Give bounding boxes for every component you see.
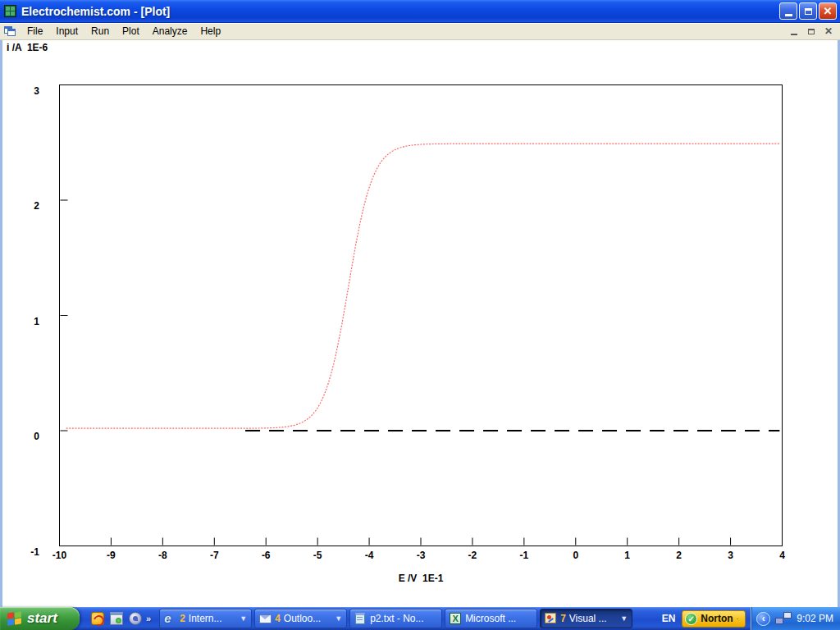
hide-tray-icons-chevron[interactable]: ‹ [756, 612, 770, 626]
chevron-down-icon: ▼ [335, 614, 342, 623]
quicklaunch-overflow-chevron[interactable]: » [146, 614, 151, 623]
internet-explorer-icon: e [164, 613, 176, 624]
chevron-down-icon: ▼ [620, 614, 628, 623]
menu-bar: File Input Run Plot Analyze Help ✕ [0, 23, 840, 40]
task-label: Microsoft ... [465, 613, 516, 624]
close-button[interactable]: ✕ [819, 2, 837, 20]
outlook-express-icon [259, 613, 272, 624]
taskbar-button-internet-explorer-group[interactable]: e 2 Intern... ▼ [159, 609, 252, 628]
menu-help[interactable]: Help [194, 24, 227, 39]
norton-check-icon: ✓ [685, 613, 697, 625]
visual-studio-icon [545, 613, 557, 624]
window-titlebar[interactable]: Electrochemist.com - [Plot] ✕ [0, 0, 840, 23]
excel-icon: X [450, 613, 462, 624]
taskbar-button-excel[interactable]: X Microsoft ... [445, 609, 537, 628]
restore-icon [805, 8, 812, 15]
system-tray: ‹ 9:02 PM [751, 607, 840, 630]
mdi-restore-button[interactable] [805, 25, 818, 37]
group-count: 7 [560, 613, 566, 624]
norton-tm-mark: · [737, 615, 739, 623]
group-count: 4 [275, 613, 281, 624]
close-icon: ✕ [824, 6, 833, 16]
x-axis-label: E /V 1E-1 [355, 573, 486, 584]
quicklaunch-messenger-icon[interactable] [129, 612, 142, 625]
group-count: 2 [180, 613, 185, 624]
task-label: p2.txt - No... [370, 613, 423, 624]
mdi-document-icon[interactable] [4, 26, 16, 36]
mdi-close-icon: ✕ [824, 26, 833, 36]
network-status-icon[interactable] [775, 612, 792, 625]
app-icon [4, 5, 16, 17]
menu-analyze[interactable]: Analyze [146, 24, 194, 39]
mdi-restore-icon [808, 29, 815, 34]
taskbar: start » e 2 Intern... ▼ 4 Outloo... ▼ p2… [0, 607, 840, 630]
notepad-icon [354, 613, 367, 624]
quicklaunch-windows-update-icon[interactable] [110, 612, 123, 625]
task-label: Intern... [189, 613, 222, 624]
taskbar-clock[interactable]: 9:02 PM [797, 613, 833, 624]
client-area [0, 40, 840, 607]
quicklaunch-media-app-icon[interactable] [91, 612, 104, 625]
start-label: start [27, 610, 57, 627]
y-axis-label: i /A 1E-6 [7, 42, 48, 53]
mdi-minimize-icon [791, 34, 797, 35]
windows-logo-icon [7, 612, 23, 626]
taskbar-button-outlook-group[interactable]: 4 Outloo... ▼ [254, 609, 347, 628]
task-label: Visual ... [569, 613, 607, 624]
start-button[interactable]: start [0, 607, 80, 630]
mdi-close-button[interactable]: ✕ [822, 25, 835, 37]
taskbar-button-visual-group[interactable]: 7 Visual ... ▼ [540, 609, 632, 628]
norton-badge[interactable]: ✓ Norton· [682, 610, 746, 628]
menu-plot[interactable]: Plot [116, 24, 146, 39]
norton-label: Norton [701, 613, 733, 624]
window-title: Electrochemist.com - [Plot] [21, 5, 170, 18]
mdi-minimize-button[interactable] [788, 25, 801, 37]
taskbar-button-notepad[interactable]: p2.txt - No... [349, 609, 442, 628]
menu-file[interactable]: File [21, 24, 49, 39]
screen: { "window": { "title": "Electrochemist.c… [0, 0, 840, 630]
quick-launch-bar: » [91, 612, 151, 625]
menu-input[interactable]: Input [49, 24, 84, 39]
chevron-down-icon: ▼ [240, 614, 247, 623]
minimize-button[interactable] [779, 2, 797, 20]
task-label: Outloo... [284, 613, 321, 624]
minimize-icon [785, 14, 792, 16]
menu-run[interactable]: Run [84, 24, 116, 39]
task-buttons: e 2 Intern... ▼ 4 Outloo... ▼ p2.txt - N… [159, 609, 632, 628]
language-indicator[interactable]: EN [655, 613, 682, 624]
restore-button[interactable] [799, 2, 817, 20]
